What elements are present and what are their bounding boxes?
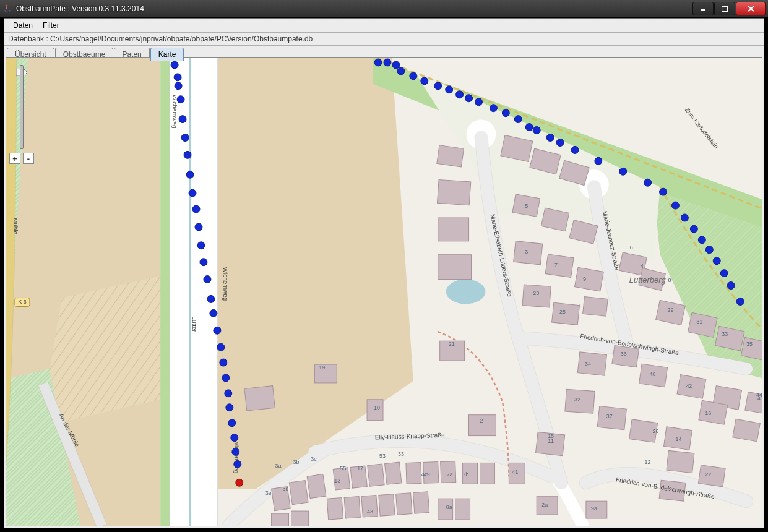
svg-rect-28 <box>438 255 472 280</box>
svg-point-163 <box>222 374 230 382</box>
svg-text:14: 14 <box>675 436 681 442</box>
svg-point-193 <box>671 202 679 209</box>
svg-point-194 <box>681 214 688 221</box>
svg-point-178 <box>456 91 464 98</box>
svg-text:10: 10 <box>374 405 380 411</box>
menu-daten[interactable]: Daten <box>8 20 38 31</box>
svg-text:8a: 8a <box>446 504 452 510</box>
svg-text:49: 49 <box>424 471 430 478</box>
svg-text:44: 44 <box>756 392 762 398</box>
svg-text:32: 32 <box>574 397 580 403</box>
svg-rect-54 <box>699 400 728 424</box>
svg-point-197 <box>705 246 713 254</box>
road-ref-k6: K 6 <box>15 298 30 306</box>
svg-point-165 <box>226 404 233 411</box>
svg-point-176 <box>434 82 442 90</box>
river-lutter: Lutter <box>191 316 198 332</box>
svg-point-170 <box>374 59 382 66</box>
svg-rect-81 <box>379 494 395 516</box>
markers-red <box>236 479 243 486</box>
svg-point-149 <box>181 134 189 142</box>
svg-text:33: 33 <box>722 331 728 337</box>
svg-point-144 <box>171 61 178 69</box>
close-button[interactable] <box>736 2 766 15</box>
svg-text:40: 40 <box>650 371 656 377</box>
svg-point-201 <box>736 298 744 305</box>
svg-point-147 <box>177 96 184 103</box>
svg-text:41: 41 <box>512 469 518 475</box>
svg-rect-75 <box>480 463 494 484</box>
svg-point-177 <box>446 86 453 93</box>
svg-point-16 <box>446 280 486 304</box>
svg-point-157 <box>204 276 211 283</box>
street-muehle: Mühle <box>12 218 19 235</box>
window-titlebar: ObstbaumPate : Version 0.3 11.3.2014 <box>0 0 768 18</box>
svg-text:2a: 2a <box>541 502 548 508</box>
map-canvas[interactable]: Wichernweg Wichernweg Wichernweg Lutter … <box>6 58 762 526</box>
svg-point-181 <box>490 105 497 112</box>
svg-text:34: 34 <box>585 361 591 367</box>
svg-text:25: 25 <box>559 309 566 315</box>
zoom-control: + - <box>15 65 28 164</box>
svg-point-150 <box>184 151 191 158</box>
svg-point-154 <box>195 223 202 231</box>
maximize-button[interactable] <box>714 2 735 15</box>
svg-rect-85 <box>455 499 470 520</box>
svg-point-173 <box>397 67 405 75</box>
zoom-in-button[interactable]: + <box>9 153 20 164</box>
svg-rect-34 <box>575 267 604 291</box>
svg-text:53: 53 <box>379 453 386 459</box>
svg-point-200 <box>727 282 735 290</box>
svg-text:29: 29 <box>667 307 673 313</box>
svg-rect-26 <box>437 179 470 205</box>
svg-text:35: 35 <box>746 341 753 347</box>
svg-text:17: 17 <box>357 465 363 471</box>
svg-text:1: 1 <box>579 302 582 309</box>
svg-text:4: 4 <box>641 263 644 269</box>
svg-rect-60 <box>314 364 337 383</box>
svg-rect-79 <box>344 497 360 518</box>
svg-point-191 <box>644 179 652 186</box>
svg-rect-88 <box>272 513 289 526</box>
svg-point-189 <box>595 157 602 165</box>
svg-point-159 <box>210 309 217 317</box>
svg-rect-65 <box>289 481 308 505</box>
svg-text:3: 3 <box>525 249 528 255</box>
svg-text:6: 6 <box>630 244 633 251</box>
svg-text:8: 8 <box>668 277 671 283</box>
svg-point-187 <box>556 139 564 146</box>
svg-rect-39 <box>583 297 608 317</box>
database-path-text: Datenbank : C:/Users/nagel/Documents/jnp… <box>8 35 313 43</box>
svg-point-195 <box>690 225 697 233</box>
svg-text:7a: 7a <box>447 471 453 478</box>
svg-point-168 <box>232 448 239 455</box>
map-view[interactable]: Wichernweg Wichernweg Wichernweg Lutter … <box>6 57 762 526</box>
zoom-slider-track[interactable] <box>20 65 24 149</box>
menu-filter[interactable]: Filter <box>38 20 64 31</box>
svg-point-156 <box>200 259 207 266</box>
svg-text:9: 9 <box>583 276 586 282</box>
zoom-out-button[interactable]: - <box>23 153 34 164</box>
svg-rect-71 <box>406 463 421 484</box>
svg-point-148 <box>179 116 186 123</box>
svg-text:3c: 3c <box>311 456 317 462</box>
svg-rect-70 <box>385 462 402 484</box>
svg-text:9a: 9a <box>591 505 597 512</box>
svg-point-198 <box>713 257 720 265</box>
svg-rect-0 <box>701 9 705 11</box>
svg-point-186 <box>546 134 554 142</box>
svg-point-145 <box>174 74 181 81</box>
svg-rect-56 <box>667 450 694 473</box>
svg-text:13: 13 <box>334 478 340 484</box>
svg-point-164 <box>225 390 232 397</box>
svg-text:19: 19 <box>319 364 325 371</box>
svg-rect-78 <box>327 498 343 520</box>
minimize-button[interactable] <box>692 2 714 15</box>
svg-text:33: 33 <box>398 451 404 457</box>
svg-point-184 <box>525 124 533 131</box>
svg-text:31: 31 <box>696 319 702 325</box>
tab-karte[interactable]: Karte <box>150 48 184 61</box>
svg-rect-83 <box>413 492 429 513</box>
svg-text:15: 15 <box>548 433 554 439</box>
svg-text:26: 26 <box>653 428 659 434</box>
